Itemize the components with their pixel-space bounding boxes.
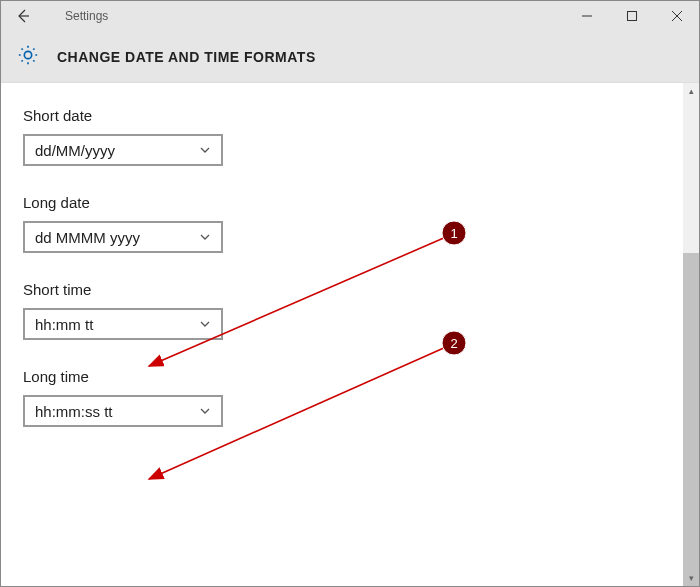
long-date-value: dd MMMM yyyy xyxy=(35,229,140,246)
short-date-label: Short date xyxy=(23,107,677,124)
long-time-combobox[interactable]: hh:mm:ss tt xyxy=(23,395,223,427)
short-time-value: hh:mm tt xyxy=(35,316,93,333)
titlebar: Settings xyxy=(1,1,699,31)
minimize-button[interactable] xyxy=(564,1,609,31)
window-title: Settings xyxy=(65,9,108,23)
chevron-down-icon xyxy=(199,229,211,246)
close-button[interactable] xyxy=(654,1,699,31)
maximize-icon xyxy=(627,11,637,21)
scroll-down-icon[interactable]: ▾ xyxy=(683,570,699,586)
long-date-combobox[interactable]: dd MMMM yyyy xyxy=(23,221,223,253)
svg-rect-1 xyxy=(627,12,636,21)
page-title: CHANGE DATE AND TIME FORMATS xyxy=(57,49,316,65)
short-time-label: Short time xyxy=(23,281,677,298)
scroll-up-icon[interactable]: ▴ xyxy=(683,83,699,99)
scrollbar-thumb[interactable] xyxy=(683,253,699,587)
short-date-combobox[interactable]: dd/MM/yyyy xyxy=(23,134,223,166)
chevron-down-icon xyxy=(199,142,211,159)
close-icon xyxy=(672,11,682,21)
back-button[interactable] xyxy=(1,1,45,31)
window-controls xyxy=(564,1,699,31)
long-time-label: Long time xyxy=(23,368,677,385)
arrow-left-icon xyxy=(15,8,31,24)
short-time-combobox[interactable]: hh:mm tt xyxy=(23,308,223,340)
content-area: Short date dd/MM/yyyy Long date dd MMMM … xyxy=(1,83,699,586)
chevron-down-icon xyxy=(199,403,211,420)
long-time-value: hh:mm:ss tt xyxy=(35,403,113,420)
short-date-value: dd/MM/yyyy xyxy=(35,142,115,159)
vertical-scrollbar[interactable]: ▴ ▾ xyxy=(683,83,699,586)
minimize-icon xyxy=(582,11,592,21)
page-header: CHANGE DATE AND TIME FORMATS xyxy=(1,31,699,83)
chevron-down-icon xyxy=(199,316,211,333)
gear-icon xyxy=(17,44,39,70)
maximize-button[interactable] xyxy=(609,1,654,31)
long-date-label: Long date xyxy=(23,194,677,211)
